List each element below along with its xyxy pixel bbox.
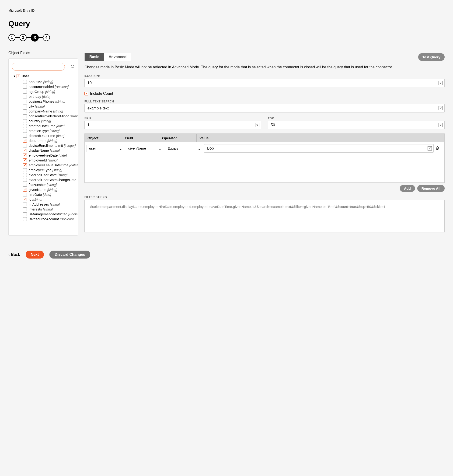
field-search-input[interactable] [12,63,65,71]
field-checkbox[interactable] [23,188,27,192]
tree-item[interactable]: isManagementRestricted [Boolean] [23,212,78,217]
tree-item[interactable]: givenName [string] [23,187,78,192]
field-checkbox[interactable] [23,193,27,197]
field-type: [string] [47,183,57,187]
refresh-button[interactable] [71,64,74,69]
skip-input[interactable] [85,121,261,129]
field-checkbox[interactable] [23,105,27,108]
tree-item[interactable]: city [string] [23,104,78,109]
field-checkbox[interactable] [23,207,27,211]
field-checkbox[interactable] [23,134,27,138]
full-text-input[interactable] [85,104,445,113]
tree-item[interactable]: employeeHireDate [date] [23,153,78,158]
field-checkbox[interactable] [23,124,27,128]
tree-item[interactable]: isResourceAccount [Boolean] [23,217,78,221]
filter-value-input[interactable] [204,144,434,153]
field-checkbox[interactable] [23,129,27,133]
tab-advanced[interactable]: Advanced [104,53,131,61]
variable-icon[interactable]: V [439,123,443,127]
tree-item[interactable]: employeeLeaveDateTime [date] [23,163,78,168]
tree-item[interactable]: employeeId [string] [23,158,78,163]
tree-item[interactable]: birthday [date] [23,94,78,99]
skip-label: SKIP [85,117,261,120]
delete-row-button[interactable] [436,146,439,151]
tree-item[interactable]: businessPhones [string] [23,99,78,104]
tree-item[interactable]: employeeType [string] [23,168,78,172]
step-1[interactable]: 1 [8,34,15,41]
tree-item[interactable]: interests [string] [23,207,78,212]
field-type: [string] [43,207,53,211]
include-count-checkbox[interactable] [85,92,88,95]
step-4[interactable]: 4 [43,34,50,41]
field-checkbox[interactable] [23,212,27,216]
field-checkbox[interactable] [23,80,27,84]
field-checkbox[interactable] [23,154,27,157]
remove-all-button[interactable]: Remove All [417,185,445,192]
step-3[interactable]: 3 [31,34,39,42]
tree-item[interactable]: id [string] [23,197,78,202]
next-button[interactable]: Next [26,251,44,259]
field-name: isManagementRestricted [29,212,67,216]
field-checkbox[interactable] [23,168,27,172]
test-query-button[interactable]: Test Query [418,53,445,61]
field-checkbox[interactable] [23,163,27,167]
tree-item[interactable]: consentProvidedForMinor [string] [23,114,78,119]
tree-item[interactable]: department [string] [23,138,78,143]
tree-item[interactable]: accountEnabled [Boolean] [23,84,78,89]
field-checkbox[interactable] [23,85,27,89]
field-checkbox[interactable] [23,217,27,221]
variable-icon[interactable]: V [428,146,432,150]
field-checkbox[interactable] [23,158,27,162]
tree-item[interactable]: ageGroup [string] [23,89,78,94]
tree-item[interactable]: aboutMe [string] [23,79,78,84]
field-checkbox[interactable] [23,139,27,142]
variable-icon[interactable]: V [439,81,443,85]
field-type: [date] [70,163,78,167]
top-input[interactable] [268,121,445,129]
tree-item[interactable]: creationType [string] [23,128,78,133]
variable-icon[interactable]: V [439,106,443,110]
field-checkbox[interactable] [23,90,27,93]
field-checkbox[interactable] [23,144,27,148]
field-checkbox[interactable] [23,114,27,118]
tree-item[interactable]: deviceEnrollmentLimit [integer] [23,143,78,148]
field-checkbox[interactable] [23,203,27,206]
filter-object-select[interactable]: user [86,145,124,152]
page-size-label: PAGE SIZE [85,75,445,78]
filter-string-label: FILTER STRING [85,196,445,199]
back-button[interactable]: ‹ Back [8,252,20,257]
tree-item[interactable]: displayName [string] [23,148,78,153]
tree-item[interactable]: createdDateTime [date] [23,123,78,128]
discard-button[interactable]: Discard Changes [50,251,90,259]
tree-item[interactable]: country [string] [23,119,78,123]
tree-item[interactable]: hireDate [date] [23,192,78,197]
field-checkbox[interactable] [23,95,27,99]
variable-icon[interactable]: V [255,123,259,127]
field-checkbox[interactable] [23,178,27,182]
field-checkbox[interactable] [23,100,27,103]
tree-item[interactable]: faxNumber [string] [23,182,78,187]
field-checkbox[interactable] [23,119,27,123]
field-checkbox[interactable] [23,109,27,113]
breadcrumb-link[interactable]: Microsoft Entra ID [8,9,35,12]
include-count-label: Include Count [90,92,113,96]
filter-field-select[interactable]: givenName [126,145,163,152]
field-type: [date] [56,134,64,138]
field-checkbox[interactable] [23,183,27,187]
tree-root-user[interactable]: ▾ user [12,74,78,78]
tree-item[interactable]: companyName [string] [23,109,78,114]
add-filter-button[interactable]: Add [400,185,415,192]
tree-item[interactable]: imAddresses [string] [23,202,78,207]
tree-item[interactable]: externalUserState [string] [23,172,78,177]
tree-item[interactable]: externalUserStateChangeDate [23,177,78,182]
page-size-input[interactable] [85,79,445,87]
field-checkbox[interactable] [23,198,27,201]
root-checkbox[interactable] [17,74,20,78]
mode-info-text: Changes made in Basic Mode will not be r… [85,64,445,70]
filter-operator-select[interactable]: Equals [165,145,202,152]
field-checkbox[interactable] [23,173,27,177]
field-checkbox[interactable] [23,149,27,152]
tab-basic[interactable]: Basic [85,53,104,61]
step-2[interactable]: 2 [20,34,27,41]
tree-item[interactable]: deletedDateTime [date] [23,133,78,138]
